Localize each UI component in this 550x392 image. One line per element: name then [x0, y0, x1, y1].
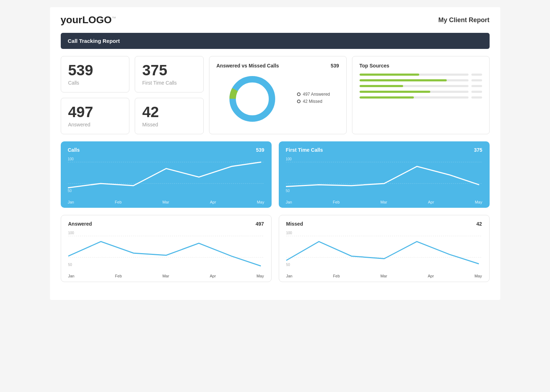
source-bar-bg-3: [360, 85, 469, 87]
source-bar-fill-5: [360, 96, 414, 99]
source-row-2: [360, 79, 482, 81]
mis-x-feb: Feb: [333, 274, 340, 278]
source-bar-fill-4: [360, 91, 430, 93]
missed-chart-card: Missed 42 100 50 Jan Feb Mar Apr May: [279, 215, 490, 282]
source-bar-fill-3: [360, 85, 403, 87]
stats-row: 539 Calls 497 Answered 375 First Time Ca…: [61, 56, 490, 134]
first-time-chart-card: First Time Calls 375 100 50 Jan Feb Mar …: [279, 141, 490, 208]
calls-x-labels: Jan Feb Mar Apr May: [68, 198, 264, 204]
missed-chart-svg: [286, 230, 482, 272]
logo-tm: ™: [112, 16, 116, 21]
mis-y-50: 50: [286, 263, 290, 267]
donut-svg: [226, 72, 279, 126]
logo: yourLOGO™: [61, 14, 116, 26]
report-title: My Client Report: [438, 16, 489, 24]
answered-chart-area: 100 50: [68, 230, 264, 272]
answered-chart-title: Answered: [68, 221, 92, 227]
charts-row-2: Answered 497 100 50 Jan Feb Mar Apr May: [61, 215, 490, 282]
source-bar-fill-2: [360, 79, 447, 81]
mis-x-apr: Apr: [428, 274, 434, 278]
missed-chart-header: Missed 42: [286, 221, 482, 227]
source-bar-right-1: [471, 74, 482, 76]
first-time-chart-count: 375: [474, 147, 482, 153]
stat-card-answered: 497 Answered: [61, 98, 130, 134]
ft-x-feb: Feb: [333, 200, 340, 204]
legend-answered-label: 497 Answered: [303, 92, 330, 97]
calls-chart-area: 100 50: [68, 156, 264, 198]
ans-x-apr: Apr: [210, 274, 216, 278]
ans-x-mar: Mar: [162, 274, 169, 278]
ans-y-100: 100: [68, 231, 74, 235]
donut-total: 539: [331, 63, 339, 69]
donut-chart-card: Answered vs Missed Calls 539 497 Answere: [209, 56, 347, 134]
source-row-3: [360, 85, 482, 87]
ft-x-apr: Apr: [428, 200, 434, 204]
donut-legend: 497 Answered 42 Missed: [297, 92, 330, 106]
source-bar-bg-2: [360, 79, 469, 81]
source-row-5: [360, 96, 482, 99]
first-time-chart-title: First Time Calls: [286, 147, 323, 153]
source-bar-fill-1: [360, 74, 420, 76]
ft-x-may: May: [475, 200, 482, 204]
ft-y-100: 100: [286, 157, 292, 161]
first-time-chart-area: 100 50: [286, 156, 482, 198]
legend-missed: 42 Missed: [297, 99, 330, 104]
calls-y-50: 50: [68, 189, 72, 193]
source-row-1: [360, 74, 482, 76]
calls-x-apr: Apr: [210, 200, 216, 204]
donut-content: 497 Answered 42 Missed: [217, 72, 339, 126]
donut-title: Answered vs Missed Calls: [217, 63, 279, 69]
calls-chart-svg: [68, 156, 264, 198]
answered-chart-svg: [68, 230, 264, 272]
section-header: Call Tracking Report: [61, 33, 490, 49]
legend-answered: 497 Answered: [297, 92, 330, 97]
mis-y-100: 100: [286, 231, 292, 235]
ft-x-jan: Jan: [286, 200, 292, 204]
answered-value: 497: [68, 105, 93, 120]
missed-label: Missed: [142, 122, 158, 127]
stat-cards-col-left: 539 Calls 497 Answered: [61, 56, 130, 134]
answered-label: Answered: [68, 122, 90, 127]
legend-missed-label: 42 Missed: [303, 99, 322, 104]
mis-x-may: May: [475, 274, 482, 278]
calls-chart-header: Calls 539: [68, 147, 264, 153]
sources-title: Top Sources: [360, 63, 482, 69]
donut-header: Answered vs Missed Calls 539: [217, 63, 339, 69]
stat-card-calls: 539 Calls: [61, 56, 130, 92]
ans-x-may: May: [257, 274, 264, 278]
first-time-value: 375: [142, 63, 167, 78]
stat-card-first-time: 375 First Time Calls: [135, 56, 204, 92]
charts-row-1: Calls 539 100 50 Jan Feb Mar Apr May: [61, 141, 490, 208]
answered-chart-count: 497: [256, 221, 264, 227]
missed-x-labels: Jan Feb Mar Apr May: [286, 272, 482, 278]
calls-x-feb: Feb: [115, 200, 122, 204]
source-bar-right-5: [471, 96, 482, 99]
source-bar-bg-5: [360, 96, 469, 99]
ans-y-50: 50: [68, 263, 72, 267]
dot-missed: [297, 100, 301, 103]
ans-x-feb: Feb: [115, 274, 122, 278]
first-time-label: First Time Calls: [142, 80, 177, 86]
calls-x-may: May: [257, 200, 264, 204]
calls-x-jan: Jan: [68, 200, 74, 204]
svg-point-0: [233, 79, 272, 119]
first-time-x-labels: Jan Feb Mar Apr May: [286, 198, 482, 204]
top-sources-card: Top Sources: [352, 56, 490, 134]
ft-x-mar: Mar: [380, 200, 387, 204]
answered-chart-card: Answered 497 100 50 Jan Feb Mar Apr May: [61, 215, 272, 282]
mis-x-mar: Mar: [380, 274, 387, 278]
source-bar-bg-4: [360, 91, 469, 93]
ft-y-50: 50: [286, 189, 290, 193]
missed-chart-title: Missed: [286, 221, 303, 227]
dot-answered: [297, 92, 301, 96]
source-bar-right-4: [471, 91, 482, 93]
stat-cards-col-right: 375 First Time Calls 42 Missed: [135, 56, 204, 134]
calls-y-100: 100: [68, 157, 74, 161]
calls-chart-count: 539: [256, 147, 264, 153]
first-time-chart-header: First Time Calls 375: [286, 147, 482, 153]
missed-chart-area: 100 50: [286, 230, 482, 272]
calls-x-mar: Mar: [162, 200, 169, 204]
source-bar-bg-1: [360, 74, 469, 76]
missed-chart-count: 42: [476, 221, 482, 227]
answered-x-labels: Jan Feb Mar Apr May: [68, 272, 264, 278]
